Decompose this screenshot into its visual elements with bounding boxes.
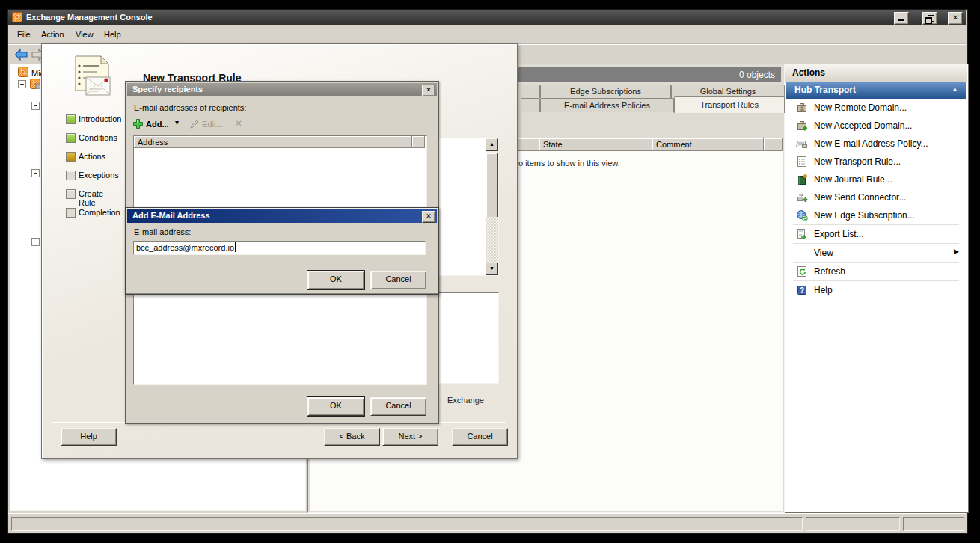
tree-expand-icon-2[interactable] (31, 102, 40, 110)
action-item-new-accepted-domain[interactable]: New Accepted Domain... (786, 117, 966, 135)
email-address-value: bcc_address@mxrecord.io (136, 243, 234, 252)
menu-bar: File Action View Help (8, 25, 966, 44)
close-icon[interactable]: ✕ (422, 211, 435, 223)
column-header-comment[interactable]: Comment (652, 138, 764, 151)
menu-help[interactable]: Help (104, 30, 121, 39)
email-address-input[interactable]: bcc_address@mxrecord.io (133, 241, 426, 255)
new-remote-domain-icon (796, 102, 808, 114)
action-item-view[interactable]: View ▶ (786, 244, 966, 262)
tab-label: Global Settings (700, 87, 756, 96)
tree-expand-icon-1[interactable] (18, 80, 26, 88)
scrollbar-thumb[interactable] (486, 153, 498, 218)
tree-node-exchange-icon (30, 79, 40, 89)
column-header-state[interactable]: State (539, 138, 652, 151)
add-email-address-dialog: Add E-Mail Address ✕ E-mail address: bcc… (125, 207, 439, 295)
help-icon: ? (796, 284, 808, 296)
scroll-up-icon: ▲ (489, 141, 494, 147)
recipients-label: E-mail addresses of recipients: (134, 103, 246, 112)
svg-text:?: ? (800, 286, 804, 295)
new-send-connector-icon (796, 191, 808, 203)
action-item-label: New Accepted Domain... (814, 120, 912, 131)
transport-rule-doc-icon (70, 55, 114, 101)
restore-button[interactable] (922, 12, 937, 25)
action-item-new-email-address-policy[interactable]: New E-mail Address Policy... (786, 135, 966, 153)
text-caret (235, 242, 236, 252)
action-item-label: New E-mail Address Policy... (814, 138, 928, 149)
help-button[interactable]: Help (61, 428, 117, 446)
tree-expand-icon-4[interactable] (31, 238, 40, 246)
status-pane-main (11, 517, 803, 531)
new-transport-rule-icon (796, 156, 808, 168)
actions-pane-title: Actions (792, 67, 825, 78)
action-item-help[interactable]: ? Help (786, 281, 966, 299)
action-item-label: Refresh (814, 266, 845, 277)
exchange-logo-icon (12, 12, 22, 22)
action-item-new-transport-rule[interactable]: New Transport Rule... (786, 153, 966, 171)
tree-expand-icon-3[interactable] (31, 169, 40, 177)
action-item-export-list[interactable]: Export List... (786, 225, 966, 243)
add-button[interactable]: Add... (146, 120, 169, 129)
step-status-icon (66, 171, 76, 180)
action-item-refresh[interactable]: Refresh (786, 263, 966, 280)
wizard-cancel-button[interactable]: Cancel (452, 428, 508, 446)
window-titlebar[interactable]: Exchange Management Console ✕ (8, 10, 966, 25)
scrollbar-track[interactable] (486, 217, 498, 263)
dialog-title: Add E-Mail Address (132, 211, 210, 220)
step-label: Actions (79, 152, 105, 161)
action-item-new-edge-subscription[interactable]: New Edge Subscription... (786, 206, 966, 224)
step-label: Conditions (79, 133, 117, 142)
add-address-cancel-button[interactable]: Cancel (370, 271, 426, 289)
minimize-icon (898, 19, 904, 21)
action-item-new-remote-domain[interactable]: New Remote Domain... (786, 99, 966, 117)
address-column-header[interactable]: Address (134, 136, 412, 148)
add-email-address-titlebar[interactable]: Add E-Mail Address ✕ (127, 209, 437, 223)
status-pane-2 (806, 517, 900, 531)
action-item-label: New Edge Subscription... (814, 210, 915, 221)
tab-email-address-policies[interactable]: E-mail Address Policies (540, 98, 674, 112)
action-item-new-journal-rule[interactable]: New Journal Rule... (786, 171, 966, 188)
group-header-label: Hub Transport (794, 85, 856, 95)
step-status-icon (66, 189, 76, 199)
tab-stub-row1[interactable] (521, 85, 540, 98)
new-journal-rule-icon (796, 174, 808, 185)
minimize-button[interactable] (894, 12, 909, 25)
step-label: Introduction (79, 114, 121, 123)
tab-label: E-mail Address Policies (564, 101, 650, 110)
recipients-ok-button[interactable]: OK (307, 397, 364, 416)
next-button[interactable]: Next > (382, 428, 438, 446)
actions-pane-header: Actions (785, 64, 967, 82)
close-icon[interactable]: ✕ (422, 85, 435, 96)
wizard-background-text-fragment: Exchange (447, 396, 484, 405)
scroll-down-button[interactable]: ▼ (486, 263, 498, 275)
vertical-scrollbar[interactable]: ▲ ▼ (486, 138, 498, 274)
specify-recipients-titlebar[interactable]: Specify recipients ✕ (127, 83, 437, 96)
delete-x-icon[interactable]: ✕ (235, 118, 242, 129)
add-plus-icon (132, 118, 144, 129)
column-header-end[interactable] (764, 138, 783, 151)
collapse-chevron-icon[interactable]: ▲ (952, 85, 958, 93)
menu-view[interactable]: View (76, 30, 94, 39)
tab-stub-row2[interactable] (521, 98, 540, 112)
recipients-cancel-button[interactable]: Cancel (370, 397, 426, 416)
menu-file[interactable]: File (17, 30, 31, 39)
back-button[interactable]: < Back (324, 428, 380, 446)
address-column-header-end[interactable] (412, 136, 425, 148)
empty-view-message: o items to show in this view. (518, 159, 620, 168)
hub-transport-group-header[interactable]: Hub Transport ▲ (786, 82, 966, 99)
window-title: Exchange Management Console (26, 13, 153, 22)
edit-button[interactable]: Edit... (202, 120, 223, 129)
close-button[interactable]: ✕ (948, 12, 963, 25)
status-pane-3 (903, 517, 964, 531)
objects-count: 0 objects (739, 70, 775, 80)
step-label: Exceptions (79, 171, 119, 180)
scroll-up-button[interactable]: ▲ (486, 138, 498, 151)
step-label: Completion (79, 208, 120, 217)
tab-edge-subscriptions[interactable]: Edge Subscriptions (540, 85, 671, 98)
email-address-label: E-mail address: (134, 227, 191, 236)
action-item-new-send-connector[interactable]: New Send Connector... (786, 188, 966, 206)
tab-transport-rules[interactable]: Transport Rules (674, 96, 785, 113)
add-dropdown-caret-icon[interactable]: ▾ (175, 118, 179, 126)
add-address-ok-button[interactable]: OK (307, 271, 364, 289)
menu-action[interactable]: Action (41, 30, 64, 39)
back-icon[interactable] (14, 48, 28, 61)
